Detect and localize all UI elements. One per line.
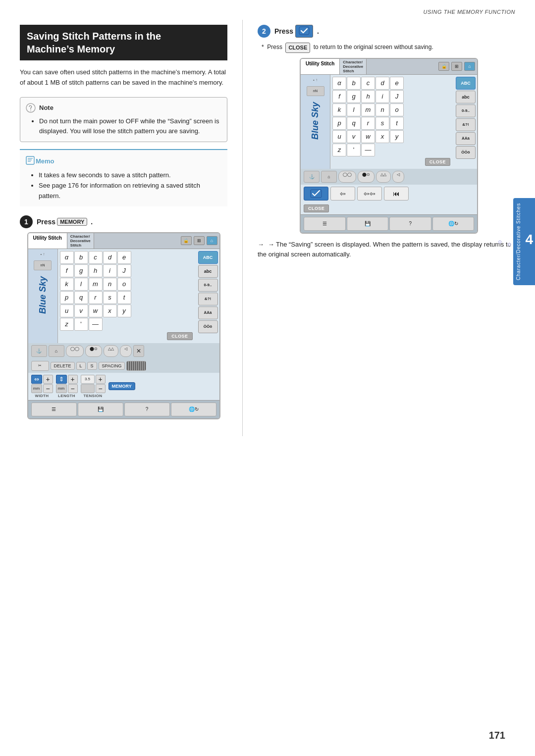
- tab-utility-stitch-2[interactable]: Utility Stitch: [301, 59, 340, 74]
- memory-btn-1[interactable]: MEMORY: [108, 382, 135, 390]
- lock-icon-2[interactable]: 🔒: [438, 62, 449, 71]
- char-cell-n[interactable]: n: [103, 278, 117, 291]
- char-cell-s[interactable]: s: [103, 291, 117, 304]
- mid-tool-2d[interactable]: ◁: [392, 171, 404, 183]
- symbols-btn-1[interactable]: &?!: [198, 293, 218, 305]
- char2-s[interactable]: s: [375, 117, 389, 130]
- char2-alpha[interactable]: α: [332, 77, 346, 90]
- char-cell-v[interactable]: v: [74, 304, 88, 317]
- abc-btn-2[interactable]: ABC: [456, 77, 476, 90]
- accented-lower-btn-1[interactable]: ÖÖö: [198, 320, 218, 333]
- tab-utility-stitch-1[interactable]: Utility Stitch: [28, 233, 67, 249]
- char-cell-z[interactable]: z: [60, 318, 74, 331]
- mid-tool-1c[interactable]: △△: [104, 345, 118, 357]
- char2-u[interactable]: u: [332, 130, 346, 143]
- numbers-btn-1[interactable]: 0-9..: [198, 279, 218, 292]
- char2-apos[interactable]: ': [347, 144, 361, 156]
- char-cell-g[interactable]: g: [74, 264, 88, 277]
- accented-upper-btn-1[interactable]: ÄÄä: [198, 306, 218, 319]
- width-plus-1[interactable]: +: [43, 375, 53, 384]
- char2-m[interactable]: m: [361, 103, 375, 116]
- save-memory-nav-btn[interactable]: [304, 187, 328, 201]
- bottom-help-btn-1[interactable]: ?: [124, 403, 170, 416]
- char2-p[interactable]: p: [332, 117, 346, 130]
- nN-btn-1[interactable]: nN: [34, 260, 52, 270]
- char2-w[interactable]: w: [361, 130, 375, 143]
- char-cell-l[interactable]: l: [74, 278, 88, 291]
- S-btn-1[interactable]: S: [87, 362, 97, 370]
- char2-y[interactable]: y: [390, 130, 404, 143]
- home2-btn-2[interactable]: ⌂: [321, 171, 337, 183]
- char-cell-o[interactable]: o: [117, 278, 131, 291]
- tension-minus-1[interactable]: −: [96, 384, 106, 393]
- char-cell-dash[interactable]: —: [89, 318, 103, 331]
- char-cell-e[interactable]: e: [117, 251, 131, 264]
- char2-q[interactable]: q: [347, 117, 361, 130]
- char-cell-t[interactable]: t: [117, 291, 131, 304]
- L-btn-1[interactable]: L: [76, 362, 86, 370]
- char-cell-h[interactable]: h: [89, 264, 103, 277]
- grid-icon-2[interactable]: ⊞: [451, 62, 462, 71]
- grid-icon-1[interactable]: ⊞: [194, 236, 205, 245]
- char2-dash[interactable]: —: [361, 144, 375, 156]
- mid-tool-1a[interactable]: ◯◯: [66, 345, 84, 357]
- abc-btn-1[interactable]: ABC: [198, 251, 218, 264]
- char-cell-b[interactable]: b: [74, 251, 88, 264]
- char2-r[interactable]: r: [361, 117, 375, 130]
- delete-btn-1[interactable]: DELETE: [51, 362, 75, 370]
- char2-x[interactable]: x: [375, 130, 389, 143]
- home-icon-1[interactable]: ⌂: [207, 236, 217, 245]
- char-cell-u[interactable]: u: [60, 304, 74, 317]
- mid-tool-1b[interactable]: ⬤⊙: [85, 345, 102, 357]
- char-cell-alpha[interactable]: α: [60, 251, 74, 264]
- char2-i[interactable]: i: [375, 90, 389, 103]
- bottom-lang-btn-1[interactable]: 🌐↻: [171, 403, 216, 416]
- char2-t[interactable]: t: [390, 117, 404, 130]
- char2-j[interactable]: J: [390, 90, 404, 103]
- char2-h[interactable]: h: [361, 90, 375, 103]
- abc-lower-btn-2[interactable]: abc: [456, 91, 476, 103]
- bottom-menu-btn-1[interactable]: ☰: [31, 403, 77, 416]
- char-cell-m[interactable]: m: [89, 278, 103, 291]
- mid-tool-2a[interactable]: ◯◯: [338, 171, 356, 183]
- symbols-btn-2[interactable]: &?!: [456, 118, 476, 131]
- char-cell-i[interactable]: i: [103, 264, 117, 277]
- mid-tool-1d[interactable]: ◁: [120, 345, 132, 357]
- anchor-btn-2[interactable]: ⚓: [304, 171, 320, 183]
- char-cell-f[interactable]: f: [60, 264, 74, 277]
- tab-character-stitch-2[interactable]: Character/DecorativeStitch: [340, 59, 367, 74]
- char-cell-k[interactable]: k: [60, 278, 74, 291]
- step2-icon-btn[interactable]: [295, 25, 313, 38]
- char2-b[interactable]: b: [347, 77, 361, 90]
- char-cell-apos[interactable]: ': [74, 318, 88, 331]
- char2-n[interactable]: n: [375, 103, 389, 116]
- width-minus-1[interactable]: −: [43, 384, 53, 393]
- back-btn-2[interactable]: ⇦: [330, 187, 355, 201]
- close-inline-btn[interactable]: CLOSE: [285, 43, 310, 53]
- bottom-save-btn-1[interactable]: 💾: [78, 403, 123, 416]
- char2-c[interactable]: c: [361, 77, 375, 90]
- char-cell-y[interactable]: y: [117, 304, 131, 317]
- numbers-btn-2[interactable]: 0-9..: [456, 104, 476, 117]
- char-cell-d[interactable]: d: [103, 251, 117, 264]
- close-button-2[interactable]: CLOSE: [425, 158, 450, 166]
- char-cell-p[interactable]: p: [60, 291, 74, 304]
- abc-lower-btn-1[interactable]: abc: [198, 265, 218, 278]
- char-cell-r[interactable]: r: [89, 291, 103, 304]
- spacing-btn-1[interactable]: SPACING: [99, 362, 125, 370]
- bottom-menu-btn-2[interactable]: ☰: [304, 217, 346, 231]
- char-cell-j[interactable]: J: [117, 264, 131, 277]
- accented-upper-btn-2[interactable]: ÄÄä: [456, 132, 476, 145]
- char2-g[interactable]: g: [347, 90, 361, 103]
- bottom-help-btn-2[interactable]: ?: [389, 217, 431, 231]
- lock-icon-1[interactable]: 🔒: [181, 236, 192, 245]
- bottom-lang-btn-2[interactable]: 🌐↻: [432, 217, 475, 231]
- char-cell-w[interactable]: w: [89, 304, 103, 317]
- char2-k[interactable]: k: [332, 103, 346, 116]
- char2-e[interactable]: e: [390, 77, 404, 90]
- bottom-save-btn-2[interactable]: 💾: [347, 217, 389, 231]
- nN-btn-2[interactable]: nN: [307, 86, 324, 96]
- char2-v[interactable]: v: [347, 130, 361, 143]
- tab-character-stitch-1[interactable]: Character/DecorativeStitch: [67, 233, 94, 249]
- tension-plus-1[interactable]: +: [96, 375, 106, 384]
